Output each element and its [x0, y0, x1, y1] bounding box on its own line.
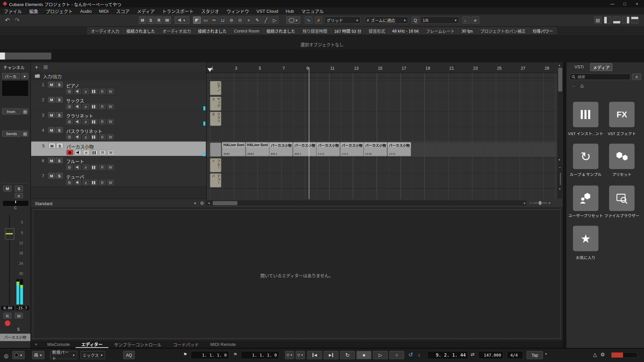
project-cursor[interactable] — [309, 67, 309, 199]
mute-button[interactable]: M — [48, 82, 55, 87]
punch-out-flag-icon[interactable]: ⚑ — [233, 352, 237, 357]
menu-transport[interactable]: トランスポート — [158, 7, 197, 14]
global-mute-button[interactable]: M — [139, 16, 146, 24]
read-button[interactable]: R — [99, 119, 106, 124]
new-part-select[interactable]: 新規パート▼ — [50, 351, 77, 359]
read-button[interactable]: R — [99, 104, 106, 109]
record-enable-button-active[interactable] — [66, 150, 73, 155]
write-button[interactable]: W — [108, 150, 114, 155]
monitor-button[interactable] — [75, 150, 82, 155]
inserts-button[interactable]: Inser. — [2, 108, 21, 114]
track-row-sax[interactable]: 2 M S サックス e R W — [31, 96, 206, 111]
media-menu-button[interactable]: ≡ — [632, 73, 641, 80]
media-search-input[interactable]: 検索 — [570, 73, 630, 80]
status-audio-output[interactable]: オーディオ出力接続されました — [159, 27, 230, 34]
record-enable-button[interactable] — [66, 119, 73, 124]
gear-icon[interactable]: ⚙ — [200, 201, 204, 206]
menu-file[interactable]: ファイル — [0, 7, 25, 14]
track-filter-icon[interactable]: ▤ — [42, 64, 49, 70]
mute-button[interactable]: M — [48, 173, 55, 179]
mute-button[interactable]: M — [48, 97, 55, 103]
status-record-format[interactable]: 録音形式48 kHz - 16 bit — [366, 27, 422, 34]
close-lower-zone-icon[interactable]: × — [31, 341, 42, 348]
solo-button[interactable]: S — [56, 97, 63, 103]
zoom-grid-select[interactable]: #ズームに適応 ▼ — [365, 16, 408, 24]
solo-button[interactable]: S — [56, 173, 63, 179]
erase-tool[interactable]: ⊘ — [227, 16, 235, 24]
edit-channel-button[interactable]: e — [83, 134, 89, 139]
iterative-quantize-icon[interactable]: e — [472, 16, 479, 24]
menu-manual[interactable]: マニュアル — [298, 7, 327, 14]
redo-icon[interactable]: ↷ — [13, 16, 21, 24]
tile-user-presets[interactable] — [573, 185, 598, 211]
gear-icon[interactable]: ⚙ — [600, 352, 605, 357]
preset-name[interactable]: Standard — [35, 201, 52, 206]
tab-editor[interactable]: エディター — [75, 341, 108, 348]
scroll-left-icon[interactable]: ◂ — [208, 201, 210, 205]
channel-record-button[interactable] — [4, 320, 10, 326]
right-zone-toggle[interactable] — [622, 16, 630, 24]
tap-tempo-button[interactable]: Tap — [527, 351, 543, 359]
track-preview-percussion[interactable] — [210, 142, 221, 157]
volume-value[interactable]: 0.00 — [1, 305, 15, 311]
record-enable-button[interactable] — [66, 134, 73, 139]
inserts-menu-icon[interactable]: ▤ — [22, 108, 29, 114]
instrument-button[interactable] — [91, 119, 98, 124]
tab-sampler-control[interactable]: サンプラーコントロール — [108, 341, 167, 348]
channel-edit-icon[interactable]: ▸ — [21, 73, 29, 79]
mixer-view-button[interactable]: ▼ — [32, 351, 45, 359]
vscroll-thumb[interactable] — [558, 68, 562, 92]
tab-midi-remote[interactable]: MIDI Remote — [205, 341, 241, 348]
menu-edit[interactable]: 編集 — [25, 7, 42, 14]
solo-button[interactable]: S — [56, 112, 63, 118]
menu-window[interactable]: ウィンドウ — [223, 7, 253, 14]
channel-read-button[interactable]: R — [3, 313, 11, 318]
read-button[interactable]: R — [99, 88, 106, 94]
read-button[interactable]: R — [99, 150, 106, 155]
sends-button[interactable]: Sends — [2, 130, 21, 136]
maximize-button[interactable]: □ — [619, 0, 631, 7]
glue-tool[interactable]: ⊔ — [219, 16, 227, 24]
monitor-button[interactable] — [74, 119, 81, 124]
sends-menu-icon[interactable]: ▤ — [22, 130, 29, 136]
menu-vst-cloud[interactable]: VST Cloud — [253, 7, 282, 14]
mute-button[interactable]: M — [48, 112, 55, 118]
locate-filter-button[interactable]: ▽▼ — [296, 351, 305, 359]
edit-channel-button[interactable]: e — [83, 119, 89, 124]
track-preview-tuba[interactable]: テューバ — [210, 173, 221, 188]
global-solo-button[interactable]: S — [147, 16, 154, 24]
mute-button[interactable]: M — [48, 158, 55, 163]
vertical-scrollbar[interactable]: ▴ ▾ − + — [557, 62, 562, 199]
go-to-end-button[interactable]: ▶ — [324, 351, 338, 359]
instrument-button[interactable] — [91, 104, 98, 109]
back-icon[interactable]: ← — [571, 82, 577, 89]
audio-activity-button[interactable]: ▼ — [12, 351, 25, 359]
locator-marker[interactable] — [207, 68, 212, 72]
tab-chord-pads[interactable]: コードパッド — [167, 341, 204, 348]
track-preview-clarinet[interactable]: クラリネ — [210, 112, 221, 126]
midi-event[interactable]: パーカス小物 — [316, 142, 340, 157]
left-locator-display[interactable]: 1. 1. 1. 0 — [191, 351, 229, 359]
jog-icon[interactable]: ↺ — [408, 351, 413, 358]
home-icon[interactable]: ⌂ — [579, 82, 585, 89]
setup-toolbar-icon[interactable]: ▤ — [594, 16, 602, 24]
horizontal-scrollbar[interactable]: ◂ ▸ — [207, 200, 527, 206]
cycle-button[interactable]: ↻ — [340, 351, 355, 359]
chevron-down-icon[interactable]: ▼ — [545, 353, 547, 356]
punch-filter-button[interactable]: ▽▼ — [285, 351, 294, 359]
write-button[interactable]: W — [107, 134, 114, 139]
channel-mute-button[interactable]: M — [3, 185, 11, 191]
track-preview-sax[interactable]: サックス — [210, 96, 221, 111]
tile-presets[interactable] — [609, 144, 635, 169]
mute-tool[interactable]: × — [245, 16, 253, 24]
instrument-button[interactable] — [91, 165, 98, 170]
record-mode-icon[interactable]: ◎ — [2, 352, 10, 359]
midi-event[interactable]: パーカス小物 — [269, 142, 293, 157]
track-row-percussion-selected[interactable]: 5 M S パーカス小物 e R W — [31, 141, 206, 156]
vzoom-out-icon[interactable]: − — [558, 165, 561, 170]
vzoom-slider[interactable] — [560, 173, 561, 185]
quantize-q-icon[interactable]: Q — [412, 16, 419, 24]
tempo-display[interactable]: 147.000 — [478, 351, 503, 359]
monitor-button[interactable] — [74, 104, 81, 109]
monitor-button[interactable] — [74, 134, 81, 139]
